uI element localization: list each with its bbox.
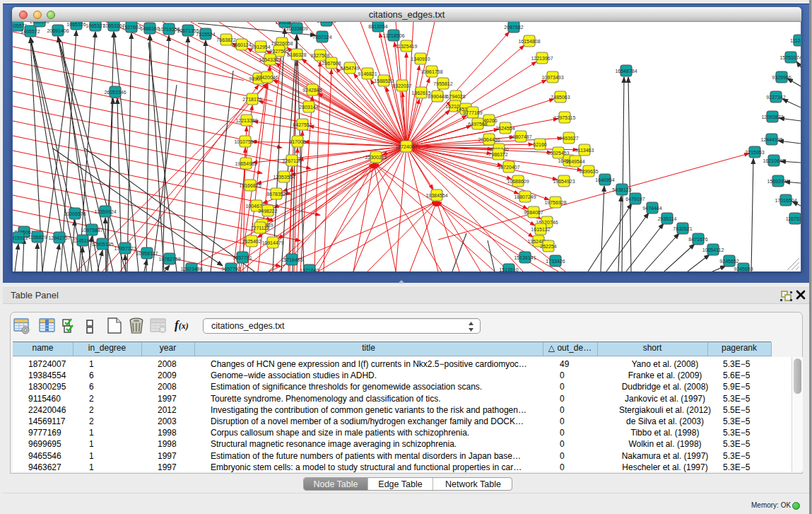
svg-text:8990448: 8990448: [428, 94, 447, 99]
svg-text:7663822: 7663822: [216, 37, 235, 42]
svg-text:16543362: 16543362: [259, 57, 281, 62]
svg-text:16782759: 16782759: [158, 257, 180, 262]
svg-text:19166825: 19166825: [239, 183, 261, 188]
svg-text:9245652: 9245652: [719, 259, 739, 264]
svg-text:9777169: 9777169: [463, 110, 482, 115]
svg-text:19384554: 19384554: [425, 193, 447, 198]
svg-text:7515524: 7515524: [196, 32, 215, 37]
svg-text:12213967: 12213967: [531, 56, 553, 61]
svg-text:3215953: 3215953: [745, 150, 764, 155]
svg-text:1145194: 1145194: [73, 238, 93, 243]
svg-text:9657791: 9657791: [233, 255, 252, 260]
svg-text:25300215: 25300215: [365, 155, 387, 160]
svg-text:26053346: 26053346: [104, 90, 126, 95]
svg-text:12093823: 12093823: [761, 115, 783, 119]
svg-text:20206576: 20206576: [64, 211, 86, 216]
svg-text:1603381: 1603381: [317, 22, 336, 23]
svg-text:3624554: 3624554: [495, 126, 514, 131]
svg-text:6497568: 6497568: [468, 122, 487, 127]
svg-text:16914479: 16914479: [261, 240, 283, 245]
svg-text:5938123: 5938123: [612, 187, 631, 192]
svg-text:1649544: 1649544: [565, 159, 584, 164]
svg-text:10688609: 10688609: [507, 179, 529, 184]
svg-text:19654923: 19654923: [553, 179, 575, 184]
svg-text:13218506: 13218506: [382, 33, 404, 38]
svg-text:62160: 62160: [533, 142, 547, 147]
svg-text:23420046: 23420046: [256, 75, 278, 80]
svg-text:917006: 917006: [289, 139, 305, 144]
svg-text:11325419: 11325419: [396, 44, 418, 49]
svg-text:7857224: 7857224: [312, 35, 331, 40]
svg-text:9327505: 9327505: [269, 49, 288, 54]
svg-text:9245653: 9245653: [734, 267, 753, 271]
svg-text:7485063: 7485063: [551, 95, 570, 100]
svg-text:12444195: 12444195: [760, 137, 782, 142]
svg-text:9146821: 9146821: [358, 71, 377, 76]
svg-text:16154808: 16154808: [518, 39, 540, 44]
svg-text:252254: 252254: [540, 244, 556, 249]
svg-text:16210643: 16210643: [763, 158, 784, 163]
svg-text:15692971: 15692971: [767, 179, 789, 184]
svg-text:8427552: 8427552: [293, 122, 312, 127]
svg-text:1112480: 1112480: [790, 38, 801, 43]
svg-text:12942757: 12942757: [48, 235, 70, 240]
svg-text:9899635: 9899635: [579, 169, 598, 174]
svg-text:9327508: 9327508: [310, 53, 329, 58]
svg-text:8813054: 8813054: [368, 24, 387, 29]
svg-text:1271123: 1271123: [251, 226, 270, 230]
svg-text:9242848: 9242848: [302, 88, 322, 93]
svg-text:1640954: 1640954: [595, 177, 614, 182]
svg-text:12213389: 12213389: [235, 118, 257, 123]
svg-text:1615132: 1615132: [531, 227, 550, 232]
svg-text:12905135: 12905135: [91, 242, 113, 247]
svg-text:10807487: 10807487: [510, 134, 531, 139]
svg-text:6479197: 6479197: [625, 197, 645, 201]
svg-text:18724007: 18724007: [395, 144, 417, 149]
svg-text:9329966: 9329966: [772, 75, 791, 80]
svg-text:19756928: 19756928: [544, 200, 566, 205]
svg-text:15136141: 15136141: [514, 255, 536, 260]
svg-text:17016504: 17016504: [775, 198, 796, 203]
svg-text:17359924: 17359924: [94, 209, 116, 214]
svg-text:8471676: 8471676: [688, 237, 707, 242]
svg-text:8186328: 8186328: [287, 52, 306, 57]
svg-text:8660124: 8660124: [232, 42, 251, 47]
svg-text:7632621: 7632621: [673, 226, 692, 231]
svg-text:1065326: 1065326: [66, 22, 86, 27]
svg-text:8322037: 8322037: [392, 83, 411, 88]
svg-text:10973493: 10973493: [541, 75, 563, 80]
svg-text:9474444: 9474444: [642, 206, 661, 211]
svg-text:1588520: 1588520: [374, 78, 393, 83]
svg-text:6466160: 6466160: [140, 26, 159, 31]
svg-text:8912954: 8912954: [251, 45, 270, 49]
svg-text:17957223: 17957223: [114, 246, 136, 251]
svg-text:15751074: 15751074: [779, 55, 801, 60]
svg-text:10961758: 10961758: [420, 69, 442, 74]
svg-text:10654112: 10654112: [702, 247, 724, 252]
svg-text:10107553: 10107553: [234, 139, 256, 144]
svg-text:8678352: 8678352: [266, 192, 286, 197]
svg-text:19654985: 19654985: [235, 161, 257, 166]
svg-text:3267130: 3267130: [282, 158, 301, 163]
svg-text:16548784: 16548784: [615, 69, 637, 74]
svg-text:2718176: 2718176: [242, 97, 261, 102]
svg-text:2935114: 2935114: [658, 216, 677, 221]
svg-text:16033809: 16033809: [286, 26, 307, 31]
svg-text:7955812: 7955812: [433, 81, 452, 86]
svg-text:12975115: 12975115: [554, 115, 576, 120]
svg-text:2803144: 2803144: [299, 105, 318, 110]
svg-text:9657792: 9657792: [221, 267, 240, 271]
svg-text:8454749: 8454749: [340, 66, 359, 71]
svg-text:20364436: 20364436: [478, 137, 500, 142]
svg-text:2087682: 2087682: [504, 25, 523, 30]
svg-text:1405572: 1405572: [20, 29, 40, 34]
svg-text:12353594: 12353594: [273, 175, 295, 180]
svg-text:20691406: 20691406: [47, 28, 69, 33]
svg-text:7625402: 7625402: [242, 239, 261, 244]
svg-text:2069140: 2069140: [30, 22, 49, 24]
svg-text:9113463: 9113463: [575, 148, 594, 153]
svg-text:3498222: 3498222: [258, 209, 277, 214]
svg-text:1527602: 1527602: [122, 25, 141, 30]
svg-text:3915912: 3915912: [13, 235, 28, 240]
svg-text:7986372: 7986372: [488, 152, 507, 157]
